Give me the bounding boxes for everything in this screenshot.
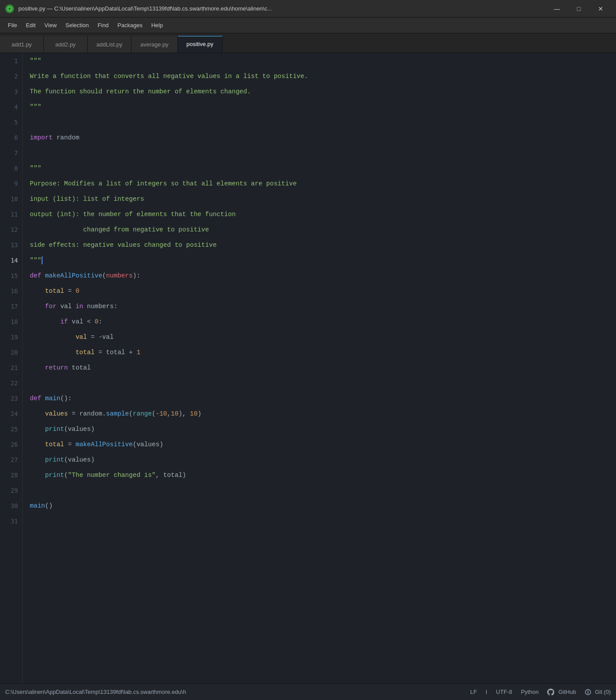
app-icon	[5, 4, 14, 13]
status-lf[interactable]: LF	[470, 689, 477, 696]
menu-find[interactable]: Find	[93, 20, 113, 30]
line-num-7: 7	[0, 145, 22, 160]
svg-point-3	[587, 692, 588, 693]
code-line-1: """	[23, 53, 616, 68]
status-path-text: C:\Users\alinen\AppData\Local\Temp\13139…	[5, 689, 461, 695]
status-right-items: LF I UTF-8 Python GitHub Git (0)	[470, 689, 611, 696]
line-num-10: 10	[0, 191, 22, 206]
maximize-button[interactable]: □	[569, 2, 589, 15]
line-num-21: 21	[0, 360, 22, 375]
window-controls: — □ ✕	[547, 2, 611, 15]
status-git[interactable]: Git (0)	[585, 689, 611, 696]
code-line-13: side effects: negative values changed to…	[23, 237, 616, 252]
line-num-24: 24	[0, 406, 22, 421]
code-line-28: print("The number changed is", total)	[23, 467, 616, 483]
code-line-5	[23, 114, 616, 130]
line-num-25: 25	[0, 421, 22, 437]
code-line-9: Purpose: Modifies a list of integers so …	[23, 176, 616, 191]
line-num-17: 17	[0, 298, 22, 314]
line-num-18: 18	[0, 314, 22, 329]
code-line-26: total = makeAllPositive(values)	[23, 437, 616, 452]
window-title: positive.py — C:\Users\alinen\AppData\Lo…	[18, 5, 542, 12]
menu-selection[interactable]: Selection	[61, 20, 93, 30]
code-line-22	[23, 375, 616, 391]
code-line-27: print(values)	[23, 452, 616, 467]
line-num-11: 11	[0, 206, 22, 222]
titlebar: positive.py — C:\Users\alinen\AppData\Lo…	[0, 0, 616, 18]
status-language[interactable]: Python	[521, 689, 538, 696]
code-line-20: total = total + 1	[23, 345, 616, 360]
menu-file[interactable]: File	[4, 20, 21, 30]
status-encoding[interactable]: UTF-8	[496, 689, 512, 696]
status-path: C:\Users\alinen\AppData\Local\Temp\13139…	[5, 689, 461, 695]
line-num-5: 5	[0, 114, 22, 130]
statusbar: C:\Users\alinen\AppData\Local\Temp\13139…	[0, 683, 616, 700]
line-num-22: 22	[0, 375, 22, 391]
code-line-23: def main():	[23, 391, 616, 406]
menu-view[interactable]: View	[40, 20, 61, 30]
line-num-15: 15	[0, 268, 22, 283]
line-num-23: 23	[0, 391, 22, 406]
line-num-29: 29	[0, 483, 22, 498]
line-num-16: 16	[0, 283, 22, 298]
code-line-14: """	[23, 252, 616, 268]
tabs-bar: add1.py add2.py addList.py average.py po…	[0, 33, 616, 53]
menu-help[interactable]: Help	[147, 20, 167, 30]
line-num-1: 1	[0, 53, 22, 68]
line-num-3: 3	[0, 84, 22, 99]
tab-positivepy[interactable]: positive.py	[178, 36, 223, 53]
line-num-27: 27	[0, 452, 22, 467]
code-line-11: output (int): the number of elements tha…	[23, 206, 616, 222]
tab-add1py[interactable]: add1.py	[0, 36, 44, 53]
code-line-10: input (list): list of integers	[23, 191, 616, 206]
line-num-26: 26	[0, 437, 22, 452]
code-line-17: for val in numbers:	[23, 298, 616, 314]
line-num-6: 6	[0, 130, 22, 145]
code-line-29	[23, 483, 616, 498]
code-content[interactable]: """ Write a function that converts all n…	[23, 53, 616, 683]
line-num-28: 28	[0, 467, 22, 483]
menu-packages[interactable]: Packages	[113, 20, 147, 30]
code-line-18: if val < 0:	[23, 314, 616, 329]
menubar: File Edit View Selection Find Packages H…	[0, 18, 616, 33]
code-line-30: main()	[23, 498, 616, 513]
code-line-8: """	[23, 160, 616, 176]
line-num-14: 14	[0, 252, 22, 268]
code-line-24: values = random.sample(range(-10,10), 10…	[23, 406, 616, 421]
code-line-6: import random	[23, 130, 616, 145]
tab-averagepy[interactable]: average.py	[131, 36, 177, 53]
code-line-25: print(values)	[23, 421, 616, 437]
menu-edit[interactable]: Edit	[21, 20, 40, 30]
line-num-20: 20	[0, 345, 22, 360]
code-line-21: return total	[23, 360, 616, 375]
code-line-3: The function should return the number of…	[23, 84, 616, 99]
close-button[interactable]: ✕	[591, 2, 611, 15]
line-num-30: 30	[0, 498, 22, 513]
tab-add2py[interactable]: add2.py	[44, 36, 88, 53]
line-num-19: 19	[0, 329, 22, 345]
line-num-4: 4	[0, 99, 22, 114]
minimize-button[interactable]: —	[547, 2, 567, 15]
status-github[interactable]: GitHub	[547, 689, 576, 696]
code-line-2: Write a function that converts all negat…	[23, 68, 616, 84]
code-line-15: def makeAllPositive(numbers):	[23, 268, 616, 283]
line-num-9: 9	[0, 176, 22, 191]
line-num-31: 31	[0, 513, 22, 529]
code-line-19: val = -val	[23, 329, 616, 345]
line-num-12: 12	[0, 222, 22, 237]
code-line-12: changed from negative to positive	[23, 222, 616, 237]
code-line-16: total = 0	[23, 283, 616, 298]
line-num-13: 13	[0, 237, 22, 252]
code-line-31	[23, 513, 616, 529]
code-line-7	[23, 145, 616, 160]
status-github-label: GitHub	[558, 689, 576, 695]
line-num-2: 2	[0, 68, 22, 84]
code-area: 1 2 3 4 5 6 7 8 9 10 11 12 13 14 15 16 1…	[0, 53, 616, 683]
code-line-4: """	[23, 99, 616, 114]
status-indent[interactable]: I	[485, 689, 487, 696]
line-num-8: 8	[0, 160, 22, 176]
tab-addlistpy[interactable]: addList.py	[88, 36, 131, 53]
status-git-label: Git (0)	[595, 689, 611, 695]
line-numbers: 1 2 3 4 5 6 7 8 9 10 11 12 13 14 15 16 1…	[0, 53, 23, 683]
